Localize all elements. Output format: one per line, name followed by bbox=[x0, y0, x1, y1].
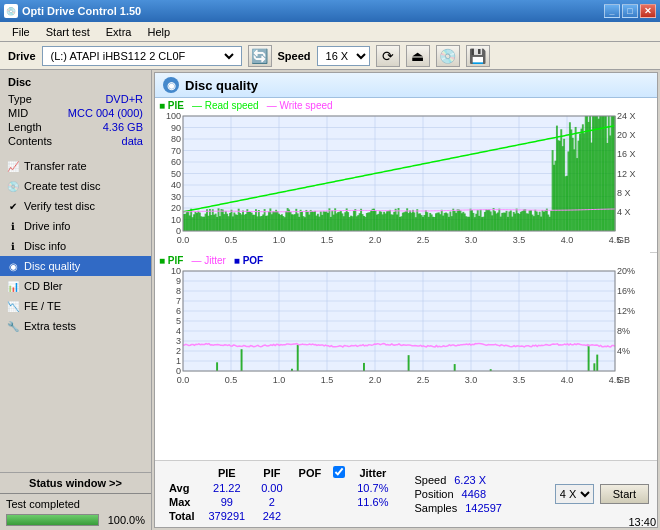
status-text: Test completed bbox=[6, 498, 80, 510]
disc-contents-value: data bbox=[122, 135, 143, 147]
speed-key: Speed bbox=[414, 474, 446, 486]
legend-pif: ■ PIF bbox=[159, 255, 183, 266]
titlebar: 💿 Opti Drive Control 1.50 _ □ ✕ bbox=[0, 0, 660, 22]
sidebar-label-extra-tests: Extra tests bbox=[24, 320, 76, 332]
chart1-legend: ■ PIE — Read speed — Write speed bbox=[159, 100, 333, 111]
sidebar: Disc Type DVD+R MID MCC 004 (000) Length… bbox=[0, 70, 152, 530]
reload-button[interactable]: ⟳ bbox=[376, 45, 400, 67]
status-window-label: Status window >> bbox=[29, 477, 122, 489]
chart2-canvas bbox=[155, 253, 650, 393]
row-total-label: Total bbox=[163, 509, 200, 523]
sidebar-item-drive-info[interactable]: ℹ Drive info bbox=[0, 216, 151, 236]
charts-container: ■ PIE — Read speed — Write speed ■ PIF —… bbox=[155, 98, 657, 460]
speed-info: Speed 6.23 X Position 4468 Samples 14259… bbox=[414, 474, 502, 514]
sidebar-item-create-test-disc[interactable]: 💿 Create test disc bbox=[0, 176, 151, 196]
menubar: File Start test Extra Help bbox=[0, 22, 660, 42]
stats-row: PIE PIF POF Jitter Avg 21.22 0.00 10.7% bbox=[155, 460, 657, 527]
transfer-rate-icon: 📈 bbox=[6, 159, 20, 173]
sidebar-label-verify-test-disc: Verify test disc bbox=[24, 200, 95, 212]
app-icon: 💿 bbox=[4, 4, 18, 18]
col-pie: PIE bbox=[200, 465, 253, 481]
row-avg-label: Avg bbox=[163, 481, 200, 495]
sidebar-item-verify-test-disc[interactable]: ✔ Verify test disc bbox=[0, 196, 151, 216]
sidebar-label-drive-info: Drive info bbox=[24, 220, 70, 232]
app-title: Opti Drive Control 1.50 bbox=[22, 5, 141, 17]
sidebar-item-disc-quality[interactable]: ◉ Disc quality bbox=[0, 256, 151, 276]
max-pie: 99 bbox=[200, 495, 253, 509]
disc-info-icon: ℹ bbox=[6, 239, 20, 253]
total-pif: 242 bbox=[253, 509, 290, 523]
content-header: ◉ Disc quality bbox=[155, 73, 657, 98]
save-button[interactable]: 💾 bbox=[466, 45, 490, 67]
start-controls: 4 X Start bbox=[555, 484, 649, 504]
total-pof bbox=[291, 509, 330, 523]
speed-row: Speed 6.23 X bbox=[414, 474, 502, 486]
sidebar-label-transfer-rate: Transfer rate bbox=[24, 160, 87, 172]
disc-section: Disc Type DVD+R MID MCC 004 (000) Length… bbox=[0, 70, 151, 152]
progress-percent: 100.0% bbox=[105, 514, 145, 526]
disc-button[interactable]: 💿 bbox=[436, 45, 460, 67]
stats-table: PIE PIF POF Jitter Avg 21.22 0.00 10.7% bbox=[163, 465, 396, 523]
sidebar-item-transfer-rate[interactable]: 📈 Transfer rate bbox=[0, 156, 151, 176]
sidebar-label-disc-info: Disc info bbox=[24, 240, 66, 252]
status-window-button[interactable]: Status window >> bbox=[0, 472, 151, 493]
cd-bler-icon: 📊 bbox=[6, 279, 20, 293]
menu-file[interactable]: File bbox=[4, 24, 38, 40]
close-button[interactable]: ✕ bbox=[640, 4, 656, 18]
speed-value: 6.23 X bbox=[454, 474, 486, 486]
titlebar-buttons: _ □ ✕ bbox=[604, 4, 656, 18]
samples-key: Samples bbox=[414, 502, 457, 514]
disc-length-value: 4.36 GB bbox=[103, 121, 143, 133]
drive-label: Drive bbox=[8, 50, 36, 62]
avg-jitter: 10.7% bbox=[349, 481, 396, 495]
sidebar-item-fe-te[interactable]: 📉 FE / TE bbox=[0, 296, 151, 316]
drivebar: Drive (L:) ATAPI iHBS112 2 CL0F 🔄 Speed … bbox=[0, 42, 660, 70]
legend-jitter: — Jitter bbox=[191, 255, 225, 266]
progress-bar-section: 100.0% bbox=[6, 512, 145, 528]
maximize-button[interactable]: □ bbox=[622, 4, 638, 18]
total-jitter bbox=[349, 509, 396, 523]
sidebar-item-extra-tests[interactable]: 🔧 Extra tests bbox=[0, 316, 151, 336]
chart1-canvas bbox=[155, 98, 650, 253]
sidebar-label-disc-quality: Disc quality bbox=[24, 260, 80, 272]
content-area: ◉ Disc quality ■ PIE — Read speed — Writ… bbox=[154, 72, 658, 528]
minimize-button[interactable]: _ bbox=[604, 4, 620, 18]
row-max-label: Max bbox=[163, 495, 200, 509]
eject-button[interactable]: ⏏ bbox=[406, 45, 430, 67]
disc-section-title: Disc bbox=[8, 76, 143, 88]
max-pif: 2 bbox=[253, 495, 290, 509]
disc-mid-label: MID bbox=[8, 107, 28, 119]
disc-mid-value: MCC 004 (000) bbox=[68, 107, 143, 119]
col-pof: POF bbox=[291, 465, 330, 481]
sidebar-item-disc-info[interactable]: ℹ Disc info bbox=[0, 236, 151, 256]
refresh-button[interactable]: 🔄 bbox=[248, 45, 272, 67]
drive-info-icon: ℹ bbox=[6, 219, 20, 233]
chart2-legend: ■ PIF — Jitter ■ POF bbox=[159, 255, 263, 266]
menu-starttest[interactable]: Start test bbox=[38, 24, 98, 40]
jitter-checkbox[interactable] bbox=[333, 466, 345, 478]
time-display: 13:40 bbox=[628, 516, 656, 528]
disc-quality-icon: ◉ bbox=[6, 259, 20, 273]
content-header-icon: ◉ bbox=[163, 77, 179, 93]
fe-te-icon: 📉 bbox=[6, 299, 20, 313]
create-test-disc-icon: 💿 bbox=[6, 179, 20, 193]
disc-type-label: Type bbox=[8, 93, 32, 105]
max-jitter: 11.6% bbox=[349, 495, 396, 509]
test-speed-select[interactable]: 4 X bbox=[555, 484, 594, 504]
start-button[interactable]: Start bbox=[600, 484, 649, 504]
samples-row: Samples 142597 bbox=[414, 502, 502, 514]
sidebar-item-cd-bler[interactable]: 📊 CD Bler bbox=[0, 276, 151, 296]
menu-extra[interactable]: Extra bbox=[98, 24, 140, 40]
content-title: Disc quality bbox=[185, 78, 258, 93]
drive-select-input[interactable]: (L:) ATAPI iHBS112 2 CL0F bbox=[47, 49, 237, 63]
menu-help[interactable]: Help bbox=[139, 24, 178, 40]
speed-select[interactable]: 16 X bbox=[317, 46, 370, 66]
legend-pof: ■ POF bbox=[234, 255, 263, 266]
avg-pof bbox=[291, 481, 330, 495]
progress-bar-fill bbox=[7, 515, 98, 525]
sidebar-label-create-test-disc: Create test disc bbox=[24, 180, 100, 192]
col-pif: PIF bbox=[253, 465, 290, 481]
sidebar-nav: 📈 Transfer rate 💿 Create test disc ✔ Ver… bbox=[0, 156, 151, 336]
drive-selector[interactable]: (L:) ATAPI iHBS112 2 CL0F bbox=[42, 46, 242, 66]
position-value: 4468 bbox=[462, 488, 486, 500]
